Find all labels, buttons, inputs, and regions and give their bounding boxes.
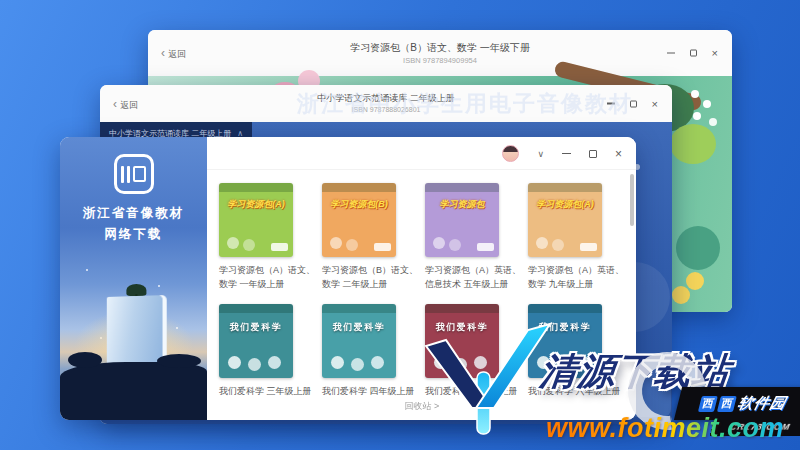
cover-title: 学习资源包 [425, 198, 499, 211]
scrollbar-thumb[interactable] [630, 174, 634, 226]
minimize-icon[interactable] [562, 153, 571, 155]
cover-chip [477, 243, 494, 251]
ground-silhouette [60, 362, 207, 420]
cover-photo-circles [331, 356, 344, 369]
app-name: 浙江省音像教材 网络下载 [60, 203, 207, 246]
book-cover[interactable]: 我们爱科学 [528, 304, 602, 378]
cover-photo-circles [228, 356, 241, 369]
book-cover[interactable]: 我们爱科学 [322, 304, 396, 378]
cover-figures [330, 237, 342, 249]
close-icon[interactable]: × [652, 98, 658, 109]
book-item[interactable]: 学习资源包(A) 学习资源包（A）英语、数学 九年级上册 [528, 183, 624, 291]
book-grid: 学习资源包(A) 学习资源包（A）语文、数学 一年级上册 学习资源包(B) 学习… [207, 170, 636, 399]
deco-blob [691, 90, 699, 98]
cover-title: 我们爱科学 [322, 321, 396, 334]
isbn-label: ISBN 9787888026801 [317, 105, 455, 116]
back-button[interactable]: ‹返回 [161, 46, 186, 61]
app-name-line2: 网络下载 [60, 224, 207, 245]
book-label: 我们爱科学 三年级上册 [219, 385, 315, 399]
minimize-icon[interactable] [667, 52, 675, 54]
tree-art [126, 284, 146, 296]
user-avatar[interactable] [502, 145, 519, 162]
book-item[interactable]: 我们爱科学 我们爱科学 五年级上册 [425, 304, 521, 399]
window-title: 学习资源包（B）语文、数学 一年级下册 [350, 40, 529, 55]
book-item[interactable]: 我们爱科学 我们爱科学 四年级上册 [322, 304, 418, 399]
publisher-logo: 西 西 软件园 [674, 387, 800, 420]
book-label: 我们爱科学 五年级上册 [425, 385, 521, 399]
back-chevron-icon: ‹ [161, 46, 165, 60]
cover-chip [374, 243, 391, 251]
cover-chip [271, 243, 288, 251]
book-item[interactable]: 我们爱科学 我们爱科学 六年级上册 [528, 304, 624, 399]
star-dot [158, 285, 160, 287]
sidebar: 浙江省音像教材 网络下载 [60, 137, 207, 420]
cover-title: 我们爱科学 [425, 321, 499, 334]
star-dot [86, 269, 88, 271]
maximize-icon[interactable] [690, 50, 697, 57]
content-panel: ∨ × 学习资源包(A) 学习资源包（A）语文、数学 一年级上册 学习资源包(B… [207, 137, 636, 420]
publisher-domain: CR173.COM [710, 420, 800, 435]
cover-figures [227, 237, 239, 249]
titlebar: ‹返回 中小学语文示范诵读库 二年级上册 ISBN 9787888026801 … [100, 85, 672, 122]
back-label: 返回 [168, 49, 186, 59]
publisher-char: 西 [717, 396, 737, 412]
window-title: 中小学语文示范诵读库 二年级上册 [317, 92, 455, 106]
book-cover[interactable]: 我们爱科学 [219, 304, 293, 378]
book-cover[interactable]: 学习资源包(A) [219, 183, 293, 257]
back-chevron-icon: ‹ [113, 96, 117, 110]
cover-title: 学习资源包(A) [219, 198, 293, 211]
cover-chip [580, 243, 597, 251]
book-item[interactable]: 学习资源包(A) 学习资源包（A）语文、数学 一年级上册 [219, 183, 315, 291]
user-menu-chevron-icon[interactable]: ∨ [537, 149, 544, 159]
book-label: 我们爱科学 六年级上册 [528, 385, 624, 399]
minimize-icon[interactable] [607, 103, 615, 105]
titlebar: ∨ × [207, 137, 636, 170]
book-cover[interactable]: 学习资源包(B) [322, 183, 396, 257]
book-label: 学习资源包（A）英语、数学 九年级上册 [528, 264, 624, 291]
cover-title: 学习资源包(B) [322, 198, 396, 211]
isbn-label: ISBN 9787894909954 [350, 55, 529, 66]
app-name-line1: 浙江省音像教材 [60, 203, 207, 224]
title-block: 学习资源包（B）语文、数学 一年级下册 ISBN 9787894909954 [350, 40, 529, 66]
cover-figures [433, 237, 445, 249]
cover-photo-circles [434, 356, 447, 369]
deco-blob [686, 272, 704, 290]
publisher-char: 西 [698, 396, 718, 412]
app-logo-icon [114, 154, 154, 194]
back-label: 返回 [120, 99, 138, 109]
cover-figures [536, 237, 548, 249]
maximize-icon[interactable] [630, 100, 637, 107]
cover-title: 学习资源包(A) [528, 198, 602, 211]
main-window: 浙江省音像教材 网络下载 ∨ × 学习资源包(A) [60, 137, 636, 420]
book-item[interactable]: 我们爱科学 我们爱科学 三年级上册 [219, 304, 315, 399]
close-icon[interactable]: × [712, 48, 718, 59]
close-icon[interactable]: × [615, 147, 622, 161]
book-cover[interactable]: 学习资源包(A) [528, 183, 602, 257]
book-cover[interactable]: 我们爱科学 [425, 304, 499, 378]
deco-blob [670, 124, 716, 164]
book-cover[interactable]: 学习资源包 [425, 183, 499, 257]
maximize-icon[interactable] [589, 150, 597, 158]
book-label: 学习资源包（A）语文、数学 一年级上册 [219, 264, 315, 291]
title-block: 中小学语文示范诵读库 二年级上册 ISBN 9787888026801 [317, 92, 455, 116]
book-item[interactable]: 学习资源包 学习资源包（A）英语、信息技术 五年级上册 [425, 183, 521, 291]
cover-photo-circles [537, 356, 550, 369]
book-label: 我们爱科学 四年级上册 [322, 385, 418, 399]
deco-blob [676, 226, 720, 270]
titlebar: ‹返回 学习资源包（B）语文、数学 一年级下册 ISBN 97878949099… [148, 30, 732, 76]
publisher-suffix: 软件园 [736, 394, 789, 413]
cover-title: 我们爱科学 [219, 321, 293, 334]
book-label: 学习资源包（A）英语、信息技术 五年级上册 [425, 264, 521, 291]
recycle-bin-link[interactable]: 回收站 > [207, 400, 636, 413]
book-label: 学习资源包（B）语文、数学 二年级上册 [322, 264, 418, 291]
back-button[interactable]: ‹返回 [113, 96, 138, 111]
book-building-art [106, 295, 162, 371]
book-item[interactable]: 学习资源包(B) 学习资源包（B）语文、数学 二年级上册 [322, 183, 418, 291]
cover-title: 我们爱科学 [528, 321, 602, 334]
